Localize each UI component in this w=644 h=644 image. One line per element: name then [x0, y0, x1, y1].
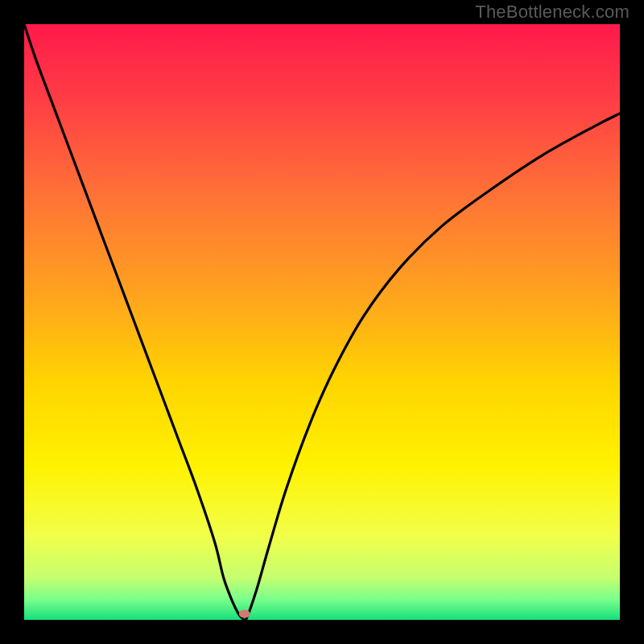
chart-frame: TheBottleneck.com	[0, 0, 644, 644]
bottleneck-chart	[24, 24, 620, 620]
watermark-text: TheBottleneck.com	[475, 2, 630, 23]
gradient-background	[24, 24, 620, 620]
optimum-marker	[239, 610, 250, 618]
